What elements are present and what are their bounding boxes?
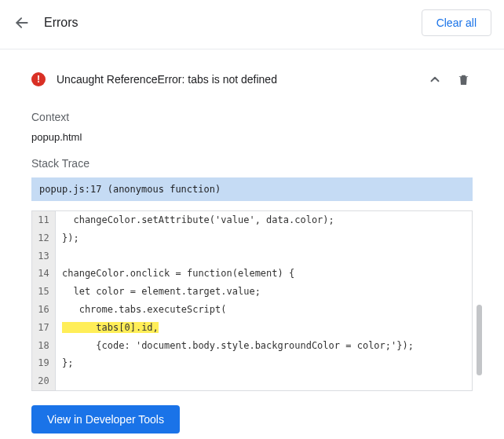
code-line	[56, 372, 472, 390]
code-line: };	[56, 354, 472, 372]
stack-trace-label: Stack Trace	[31, 157, 473, 170]
content: ! Uncaught ReferenceError: tabs is not d…	[0, 49, 504, 439]
line-number: 14	[32, 265, 56, 283]
line-number: 13	[32, 247, 56, 265]
code-block: 11 changeColor.setAttribute('value', dat…	[31, 210, 473, 391]
line-number: 12	[32, 229, 56, 247]
error-icon: !	[31, 72, 46, 86]
chevron-up-icon	[428, 72, 442, 86]
line-number: 20	[32, 372, 56, 390]
code-row: 16 chrome.tabs.executeScript(	[32, 301, 472, 319]
line-number: 16	[32, 301, 56, 319]
code-row: 17 tabs[0].id,	[32, 319, 472, 337]
header: Errors Clear all	[0, 0, 504, 46]
code-row: 13	[32, 247, 472, 265]
code-line: tabs[0].id,	[56, 319, 472, 337]
code-row: 15 let color = element.target.value;	[32, 283, 472, 301]
code-row: 20	[32, 372, 472, 390]
code-line: });	[56, 229, 472, 247]
error-row[interactable]: ! Uncaught ReferenceError: tabs is not d…	[31, 62, 473, 97]
code-row: 11 changeColor.setAttribute('value', dat…	[32, 211, 472, 229]
scrollbar-thumb[interactable]	[477, 305, 482, 375]
line-number: 15	[32, 283, 56, 301]
code-line: changeColor.onclick = function(element) …	[56, 265, 472, 283]
view-in-dev-tools-button[interactable]: View in Developer Tools	[31, 405, 180, 434]
error-message: Uncaught ReferenceError: tabs is not def…	[57, 73, 416, 86]
code-line: chrome.tabs.executeScript(	[56, 301, 472, 319]
code-line	[56, 247, 472, 265]
code-line: {code: 'document.body.style.backgroundCo…	[56, 337, 472, 355]
collapse-button[interactable]	[425, 70, 444, 89]
back-button[interactable]	[13, 13, 31, 32]
line-number: 17	[32, 319, 56, 337]
line-number: 11	[32, 211, 56, 229]
line-number: 18	[32, 337, 56, 355]
stack-trace-header[interactable]: popup.js:17 (anonymous function)	[31, 177, 473, 201]
delete-button[interactable]	[454, 70, 473, 89]
clear-all-button[interactable]: Clear all	[422, 9, 491, 36]
code-line: changeColor.setAttribute('value', data.c…	[56, 211, 472, 229]
highlighted-code: tabs[0].id,	[62, 322, 159, 333]
code-row: 12});	[32, 229, 472, 247]
code-line: let color = element.target.value;	[56, 283, 472, 301]
code-row: 19};	[32, 354, 472, 372]
page-title: Errors	[44, 16, 422, 30]
code-row: 14changeColor.onclick = function(element…	[32, 265, 472, 283]
context-value: popup.html	[31, 131, 473, 143]
trash-icon	[457, 73, 470, 86]
line-number: 19	[32, 354, 56, 372]
arrow-left-icon	[14, 15, 30, 31]
code-row: 18 {code: 'document.body.style.backgroun…	[32, 337, 472, 355]
context-label: Context	[31, 111, 473, 123]
